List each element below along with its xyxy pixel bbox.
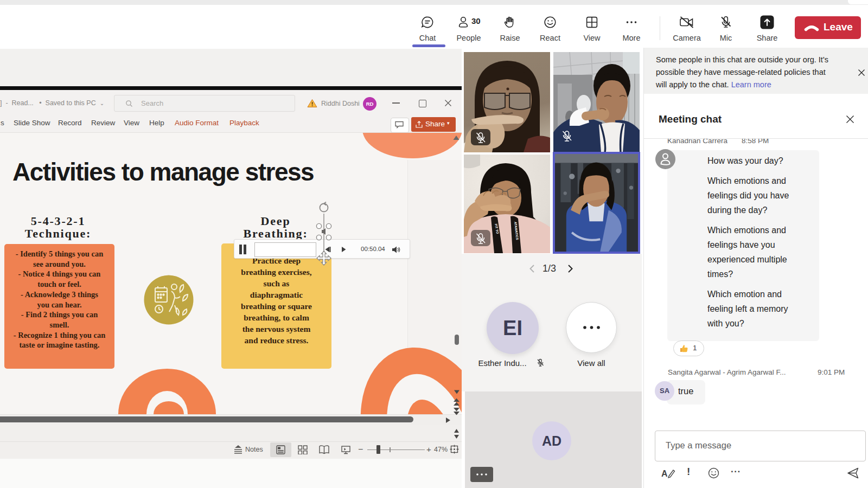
svg-text:A: A [661, 469, 668, 478]
